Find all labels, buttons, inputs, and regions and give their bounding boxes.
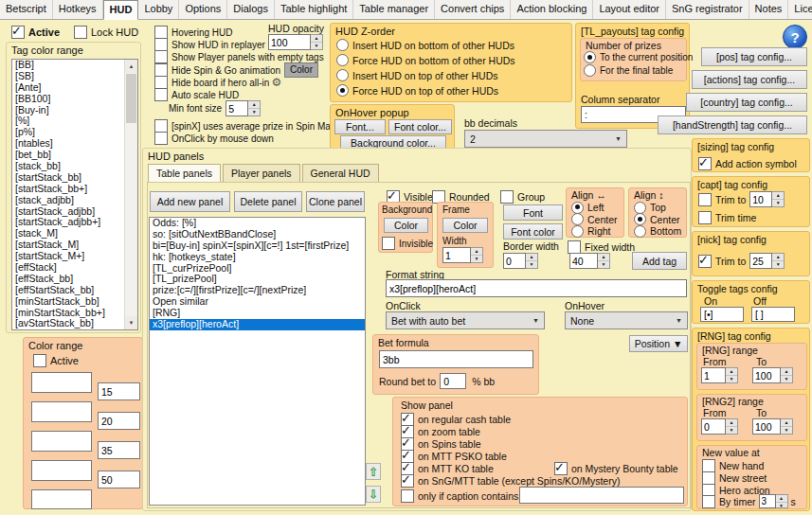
- delete-panel-button[interactable]: Delete panel: [234, 191, 302, 212]
- radio-option[interactable]: Force HUD on bottom of other HUDs: [336, 54, 515, 66]
- border-width-input[interactable]: [503, 253, 526, 269]
- frame-width-input[interactable]: [442, 247, 471, 263]
- add-tag-button[interactable]: Add tag: [632, 252, 687, 270]
- tag-list-item[interactable]: [minStartStack_bb]: [12, 296, 137, 308]
- radio-option[interactable]: Insert HUD on top of other HUDs: [336, 69, 515, 81]
- checkbox[interactable]: [154, 63, 168, 77]
- menu-tab[interactable]: Action blocking: [511, 0, 593, 19]
- hud-opacity-input[interactable]: [268, 34, 311, 50]
- spin-up-icon[interactable]: [248, 101, 260, 108]
- toggle-off-input[interactable]: [751, 307, 795, 322]
- onclick-select[interactable]: Bet with auto bet ▼: [386, 311, 545, 329]
- checkbox[interactable]: [401, 489, 414, 503]
- radio-option[interactable]: Right: [571, 225, 618, 238]
- menu-tab[interactable]: Dialogs: [227, 0, 275, 19]
- spinner[interactable]: [781, 367, 793, 383]
- checkbox[interactable]: [382, 237, 395, 250]
- actions-tag-config-button[interactable]: [actions] tag config...: [692, 70, 807, 89]
- show-on-mystery-bounty-option[interactable]: on Mystery Bounty table: [554, 462, 678, 475]
- handstrength-tag-config-button[interactable]: [handStrength] tag config...: [658, 115, 807, 134]
- show-on-mtt-ko-option[interactable]: on MTT KO table: [401, 462, 494, 475]
- checkbox[interactable]: [698, 157, 712, 170]
- panel-list-item[interactable]: bi=[Buy-in] spinX=[spinX][c=!] 1st=[firs…: [150, 240, 365, 252]
- color-threshold-input[interactable]: [98, 382, 140, 400]
- radio-button[interactable]: [634, 202, 646, 214]
- position-button[interactable]: Position ▼: [629, 335, 688, 352]
- hud-panels-tabs[interactable]: Table panelsPlayer panelsGeneral HUD: [148, 164, 381, 182]
- panel-list-item[interactable]: hk: [hotkeys_state]: [150, 252, 365, 263]
- rng-to-input[interactable]: [752, 367, 781, 383]
- toggle-on-input[interactable]: [700, 307, 744, 322]
- show-on-mtt-psko-option[interactable]: on MTT PSKO table: [401, 450, 507, 463]
- onclick-mouse-down-option[interactable]: OnClick by mouse down: [154, 132, 274, 145]
- spinner[interactable]: [772, 253, 785, 269]
- checkbox[interactable]: [11, 26, 25, 39]
- panel-tab[interactable]: Table panels: [148, 164, 221, 182]
- show-on-sng-mtt-option[interactable]: on SnG/MTT table (except Spins/KO/Myster…: [401, 474, 620, 488]
- move-panel-down-button[interactable]: ⇩: [366, 486, 381, 503]
- spin-up-icon[interactable]: [726, 419, 737, 426]
- color-swatch[interactable]: [31, 460, 92, 481]
- bet-formula-input[interactable]: [379, 350, 533, 368]
- radio-option[interactable]: Left: [571, 202, 618, 214]
- menu-tab[interactable]: License: [788, 0, 812, 19]
- radio-option[interactable]: Center: [634, 214, 681, 226]
- hud-opacity-stepper[interactable]: [268, 34, 323, 50]
- color-threshold-input[interactable]: [98, 471, 140, 488]
- spin-down-icon[interactable]: [248, 108, 260, 115]
- fixed-width-input[interactable]: [569, 253, 598, 269]
- spin-down-icon[interactable]: [598, 260, 609, 268]
- menu-tab[interactable]: Table highlight: [275, 0, 353, 19]
- spin-down-icon[interactable]: [726, 375, 737, 382]
- spin-down-icon[interactable]: [526, 260, 537, 268]
- auto-scale-hud-option[interactable]: Auto scale HUD: [154, 88, 239, 101]
- checkbox[interactable]: [33, 354, 46, 367]
- radio-button[interactable]: [634, 213, 646, 225]
- font-color-button[interactable]: Font color: [503, 223, 563, 240]
- round-bet-input[interactable]: [440, 373, 466, 389]
- tag-list-item[interactable]: [avStartStackEb_bb]: [12, 329, 137, 330]
- menu-tab[interactable]: Betscript: [0, 0, 53, 19]
- panel-list-item[interactable]: so: [sitOutNextBBandClose]: [150, 229, 365, 240]
- onhover-select[interactable]: None ▼: [565, 311, 688, 329]
- tag-list-item[interactable]: [startStack_bb+]: [12, 184, 137, 195]
- menu-tab[interactable]: Layout editor: [593, 0, 666, 19]
- spinner[interactable]: [776, 494, 788, 508]
- move-panel-up-button[interactable]: ⇧: [366, 463, 381, 480]
- checkbox[interactable]: [154, 50, 168, 63]
- spinner[interactable]: [248, 100, 261, 116]
- spin-up-icon[interactable]: [471, 248, 482, 255]
- checkbox[interactable]: [702, 471, 715, 485]
- menu-tab[interactable]: SnG registrator: [666, 0, 749, 19]
- country-tag-config-button[interactable]: [country] tag config...: [686, 93, 807, 112]
- radio-button[interactable]: [634, 225, 646, 238]
- color-threshold-input[interactable]: [98, 412, 140, 430]
- frame-width-stepper[interactable]: [442, 247, 483, 263]
- radio-button[interactable]: [336, 84, 349, 97]
- by-timer-option[interactable]: By timer s: [702, 494, 796, 508]
- scroll-down-button[interactable]: ▼: [125, 316, 137, 329]
- checkbox[interactable]: [702, 459, 715, 472]
- radio-button[interactable]: [571, 213, 584, 225]
- rng2-to-input[interactable]: [752, 418, 781, 435]
- rng2-from-stepper[interactable]: [701, 418, 738, 435]
- clone-panel-button[interactable]: Clone panel: [306, 191, 365, 212]
- timer-input[interactable]: [759, 494, 776, 508]
- spin-up-icon[interactable]: [772, 254, 784, 260]
- checkbox[interactable]: [698, 255, 712, 268]
- spinner[interactable]: [781, 418, 793, 435]
- spin-go-color-button[interactable]: Color: [284, 62, 318, 78]
- min-font-size-input[interactable]: [226, 100, 248, 116]
- fixed-width-stepper[interactable]: [569, 253, 610, 269]
- spin-down-icon[interactable]: [311, 42, 322, 49]
- color-range-active-option[interactable]: Active: [33, 354, 79, 367]
- checkbox[interactable]: [74, 26, 87, 39]
- checkbox[interactable]: [154, 132, 168, 145]
- spinner[interactable]: [772, 191, 785, 207]
- menu-tab[interactable]: Hotkeys: [53, 0, 103, 19]
- timer-stepper[interactable]: [759, 494, 788, 508]
- radio-option[interactable]: Top: [634, 202, 681, 214]
- spinner[interactable]: [726, 367, 738, 383]
- radio-button[interactable]: [584, 64, 596, 77]
- spin-up-icon[interactable]: [598, 254, 609, 260]
